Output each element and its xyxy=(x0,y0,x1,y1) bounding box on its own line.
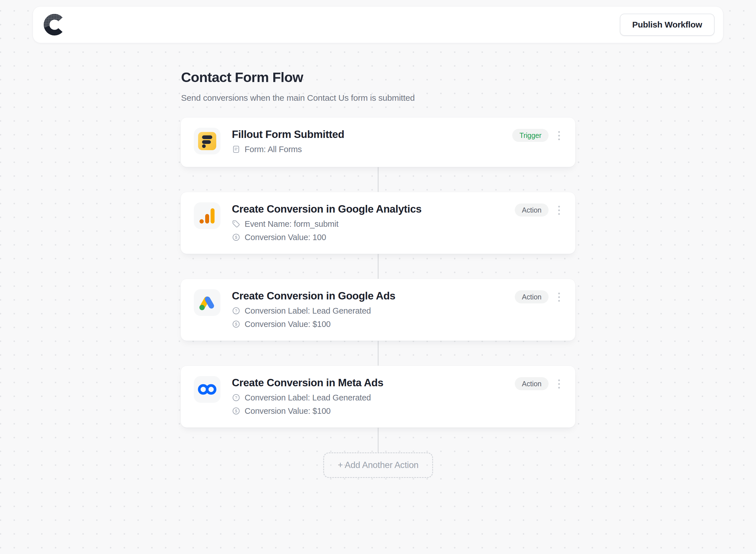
step-title: Create Conversion in Meta Ads xyxy=(232,377,384,389)
meta-icon xyxy=(198,383,217,396)
action-badge: Action xyxy=(515,377,548,390)
dollar-icon: $ xyxy=(232,407,240,415)
workflow-step-card[interactable]: Fillout Form Submitted Form: All Forms T… xyxy=(180,117,576,167)
fillout-icon xyxy=(198,132,216,150)
question-icon: ? xyxy=(232,307,240,315)
step-detail: $ Conversion Value: $100 xyxy=(232,405,384,417)
step-title: Fillout Form Submitted xyxy=(232,128,344,141)
page-title: Contact Form Flow xyxy=(181,69,303,85)
step-detail: Form: All Forms xyxy=(232,144,344,155)
svg-text:?: ? xyxy=(235,395,237,400)
step-connector xyxy=(378,341,379,366)
workflow-step-card[interactable]: Create Conversion in Google Analytics Ev… xyxy=(180,192,576,254)
step-title: Create Conversion in Google Ads xyxy=(232,290,395,302)
step-connector xyxy=(378,254,379,279)
step-connector xyxy=(378,428,379,452)
step-icon-container xyxy=(194,128,221,154)
svg-text:$: $ xyxy=(235,408,237,413)
step-menu-button[interactable] xyxy=(556,204,562,217)
step-icon-container xyxy=(194,376,221,403)
step-detail-text: Form: All Forms xyxy=(245,144,302,155)
page-subtitle: Send conversions when the main Contact U… xyxy=(181,93,415,103)
step-detail: ? Conversion Label: Lead Generated xyxy=(232,305,395,317)
workflow-step-card[interactable]: Create Conversion in Google Ads ? Conver… xyxy=(180,279,576,341)
action-badge: Action xyxy=(515,204,548,217)
step-detail-text: Conversion Value: $100 xyxy=(245,405,331,417)
form-icon xyxy=(232,145,240,154)
step-menu-button[interactable] xyxy=(556,291,562,303)
action-badge: Action xyxy=(515,290,548,303)
step-detail: ? Conversion Label: Lead Generated xyxy=(232,392,384,403)
dollar-icon: $ xyxy=(232,233,240,241)
workflow-step-card[interactable]: Create Conversion in Meta Ads ? Conversi… xyxy=(180,366,576,428)
app-logo-icon[interactable] xyxy=(43,13,66,36)
svg-text:?: ? xyxy=(235,308,237,313)
step-title: Create Conversion in Google Analytics xyxy=(232,203,422,215)
dollar-icon: $ xyxy=(232,320,240,328)
step-menu-button[interactable] xyxy=(556,378,562,390)
trigger-badge: Trigger xyxy=(512,129,548,142)
tag-icon xyxy=(232,220,240,228)
google-analytics-icon xyxy=(198,207,216,225)
step-connector xyxy=(378,167,379,192)
add-another-action-button[interactable]: + Add Another Action xyxy=(323,452,433,478)
question-icon: ? xyxy=(232,393,240,402)
step-detail: $ Conversion Value: $100 xyxy=(232,319,395,330)
google-ads-icon xyxy=(198,293,216,312)
step-detail: $ Conversion Value: 100 xyxy=(232,232,422,243)
step-icon-container xyxy=(194,289,221,316)
step-detail-text: Conversion Label: Lead Generated xyxy=(245,392,371,403)
step-detail: Event Name: form_submit xyxy=(232,218,422,230)
step-detail-text: Conversion Value: $100 xyxy=(245,319,331,330)
app-header: Publish Workflow xyxy=(33,6,723,43)
svg-text:$: $ xyxy=(235,322,237,326)
step-menu-button[interactable] xyxy=(556,129,562,142)
step-detail-text: Event Name: form_submit xyxy=(245,218,339,230)
step-detail-text: Conversion Label: Lead Generated xyxy=(245,305,371,317)
step-icon-container xyxy=(194,202,221,229)
c-logo-icon xyxy=(44,14,65,36)
svg-text:$: $ xyxy=(235,235,237,239)
step-detail-text: Conversion Value: 100 xyxy=(245,232,326,243)
publish-workflow-button[interactable]: Publish Workflow xyxy=(620,14,714,36)
